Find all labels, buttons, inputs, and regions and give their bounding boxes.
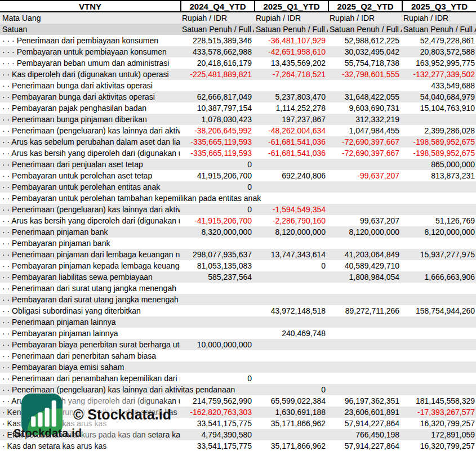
cell-value[interactable]: 214,759,562,990 — [180, 395, 254, 407]
cell-value[interactable]: -17,393,267,577 — [402, 407, 476, 418]
cell-value[interactable]: -335,665,119,593 — [180, 136, 254, 148]
cell-value[interactable]: Satuan Penuh / Full A — [328, 24, 402, 35]
cell-value[interactable]: 0 — [180, 204, 254, 215]
cell-value[interactable]: 20,803,572,588 — [402, 46, 476, 57]
cell-value[interactable]: 9,603,690,731 — [328, 102, 402, 114]
cell-value[interactable]: -198,589,952,675 — [402, 148, 476, 159]
cell-value[interactable]: 55,754,718,738 — [328, 57, 402, 69]
cell-value[interactable] — [254, 339, 328, 350]
cell-value[interactable]: 20,418,616,179 — [180, 57, 254, 69]
cell-value[interactable]: -61,681,541,036 — [254, 148, 328, 159]
cell-value[interactable] — [254, 193, 328, 204]
cell-value[interactable] — [180, 80, 254, 91]
cell-value[interactable]: -36,481,107,929 — [254, 35, 328, 46]
row-label[interactable]: · · · Pembayaran untuk pembiayaan konsum… — [0, 46, 180, 57]
cell-value[interactable]: -32,798,601,555 — [328, 69, 402, 80]
cell-value[interactable]: 585,237,564 — [180, 271, 254, 283]
row-label[interactable]: · · Penerimaan pinjaman lainnya — [0, 316, 180, 328]
cell-value[interactable]: 16,320,799,257 — [402, 418, 476, 429]
cell-value[interactable]: 52,479,228,861 — [402, 35, 476, 46]
cell-value[interactable]: 8,320,000,000 — [180, 226, 254, 238]
row-label[interactable]: · · Penerimaan bunga dari aktivitas oper… — [0, 80, 180, 91]
cell-value[interactable]: -1,594,549,354 — [254, 204, 328, 215]
row-label[interactable]: · · Penerimaan (pengeluaran) kas lainnya… — [0, 384, 180, 395]
cell-value[interactable] — [328, 294, 402, 305]
cell-value[interactable]: 41,203,064,849 — [328, 249, 402, 260]
cell-value[interactable] — [180, 294, 254, 305]
cell-value[interactable]: 31,648,422,055 — [328, 91, 402, 102]
cell-value[interactable] — [254, 283, 328, 294]
cell-value[interactable]: 1,047,984,455 — [328, 125, 402, 136]
cell-value[interactable] — [254, 238, 328, 249]
cell-value[interactable] — [328, 328, 402, 339]
cell-value[interactable] — [402, 283, 476, 294]
period-header-cell[interactable]: 2025_Q3_YTD — [402, 1, 476, 11]
cell-value[interactable]: 813,873,231 — [402, 170, 476, 181]
row-label[interactable]: · · Pembayaran biaya emisi saham — [0, 361, 180, 373]
cell-value[interactable] — [180, 350, 254, 361]
cell-value[interactable]: 16,320,799,257 — [402, 440, 476, 451]
cell-value[interactable]: 4,794,390,580 — [180, 429, 254, 440]
cell-value[interactable] — [328, 384, 402, 395]
row-label[interactable]: · · Obligasi subordinasi yang diterbitka… — [0, 305, 180, 316]
row-label[interactable]: · · Penerimaan pinjaman dari lembaga keu… — [0, 249, 180, 260]
cell-value[interactable]: 1,630,691,188 — [254, 407, 328, 418]
cell-value[interactable]: 40,589,429,710 — [328, 260, 402, 271]
row-label[interactable]: · · Pembayaran pinjaman lainnya — [0, 328, 180, 339]
cell-value[interactable]: -72,690,397,667 — [328, 136, 402, 148]
cell-value[interactable]: 1,114,252,278 — [254, 102, 328, 114]
cell-value[interactable]: -162,820,763,303 — [180, 407, 254, 418]
cell-value[interactable] — [254, 316, 328, 328]
cell-value[interactable] — [402, 193, 476, 204]
cell-value[interactable]: 99,637,207 — [328, 215, 402, 226]
cell-value[interactable]: 181,145,558,329 — [402, 395, 476, 407]
cell-value[interactable]: -225,481,889,821 — [180, 69, 254, 80]
cell-value[interactable]: Rupiah / IDR — [254, 12, 328, 24]
cell-value[interactable]: -42,651,958,610 — [254, 46, 328, 57]
cell-value[interactable]: 298,077,935,637 — [180, 249, 254, 260]
cell-value[interactable] — [328, 316, 402, 328]
cell-value[interactable]: -335,665,119,593 — [180, 148, 254, 159]
cell-value[interactable] — [180, 305, 254, 316]
row-label[interactable]: · · Arus kas sebelum perubahan dalam ase… — [0, 136, 180, 148]
cell-value[interactable] — [254, 271, 328, 283]
cell-value[interactable] — [402, 204, 476, 215]
cell-value[interactable]: -7,264,718,521 — [254, 69, 328, 80]
cell-value[interactable]: 1,078,030,423 — [180, 114, 254, 125]
cell-value[interactable]: 54,040,684,979 — [402, 91, 476, 102]
cell-value[interactable]: 57,914,227,864 — [328, 418, 402, 429]
cell-value[interactable] — [402, 361, 476, 373]
cell-value[interactable]: 35,171,866,962 — [254, 418, 328, 429]
company-header-cell[interactable]: VTNY — [0, 1, 180, 11]
cell-value[interactable]: 8,120,000,000 — [254, 226, 328, 238]
row-label[interactable]: · Kas dan setara kas arus kas — [0, 440, 180, 451]
cell-value[interactable]: 81,053,135,083 — [180, 260, 254, 271]
cell-value[interactable] — [328, 80, 402, 91]
cell-value[interactable]: -2,286,790,160 — [254, 215, 328, 226]
cell-value[interactable] — [328, 350, 402, 361]
cell-value[interactable] — [180, 361, 254, 373]
cell-value[interactable] — [402, 260, 476, 271]
cell-value[interactable] — [254, 429, 328, 440]
cell-value[interactable]: -99,637,207 — [328, 170, 402, 181]
cell-value[interactable]: 8,120,000,000 — [328, 226, 402, 238]
cell-value[interactable]: 0 — [254, 260, 328, 271]
cell-value[interactable] — [328, 373, 402, 384]
cell-value[interactable]: Rupiah / IDR — [328, 12, 402, 24]
row-label[interactable]: · · Pembayaran untuk perolehan aset teta… — [0, 170, 180, 181]
row-label[interactable]: · · Pembayaran untuk perolehan entitas a… — [0, 181, 180, 193]
row-label[interactable]: · · Pembayaran liabilitas sewa pembiayaa… — [0, 271, 180, 283]
cell-value[interactable] — [254, 373, 328, 384]
cell-value[interactable] — [402, 114, 476, 125]
cell-value[interactable]: 23,606,601,891 — [328, 407, 402, 418]
cell-value[interactable]: 51,126,769 — [402, 215, 476, 226]
row-label[interactable]: · · Pembayaran untuk perolehan tambahan … — [0, 193, 180, 204]
row-label[interactable]: Mata Uang — [0, 12, 180, 24]
cell-value[interactable] — [402, 384, 476, 395]
cell-value[interactable]: 52,988,612,225 — [328, 35, 402, 46]
cell-value[interactable]: 172,891,059 — [402, 429, 476, 440]
cell-value[interactable] — [328, 193, 402, 204]
cell-value[interactable]: 15,104,763,910 — [402, 102, 476, 114]
cell-value[interactable]: 692,240,806 — [254, 170, 328, 181]
cell-value[interactable]: -198,589,952,675 — [402, 136, 476, 148]
